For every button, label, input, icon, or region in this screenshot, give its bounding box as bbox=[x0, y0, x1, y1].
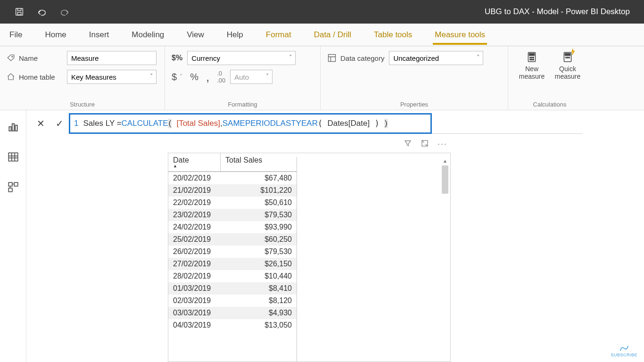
currency-dropdown-icon[interactable]: ˅ bbox=[180, 74, 182, 80]
tag-icon bbox=[7, 54, 15, 62]
tab-help[interactable]: Help bbox=[215, 24, 255, 46]
cell-date: 03/03/2019 bbox=[168, 307, 220, 319]
percent-button[interactable]: % bbox=[190, 72, 198, 82]
thousands-button[interactable]: , bbox=[206, 75, 209, 79]
svg-rect-19 bbox=[15, 125, 17, 131]
formula-line-number: 1 bbox=[74, 119, 83, 128]
cell-total: $26,150 bbox=[220, 258, 297, 270]
tab-home[interactable]: Home bbox=[33, 24, 77, 46]
table-visual[interactable]: ··· Date Total Sales 20/02/2019$67,48021… bbox=[168, 153, 451, 362]
cell-date: 20/02/2019 bbox=[168, 172, 220, 184]
filter-icon[interactable] bbox=[404, 139, 412, 149]
report-view-icon[interactable] bbox=[6, 120, 20, 134]
cell-date: 27/02/2019 bbox=[168, 258, 220, 270]
ribbon-group-properties: Data category Uncategorized Properties bbox=[321, 46, 508, 110]
tab-format[interactable]: Format bbox=[255, 24, 303, 46]
tab-measure-tools[interactable]: Measure tools bbox=[423, 24, 496, 46]
save-icon[interactable] bbox=[14, 7, 25, 17]
formula-input[interactable]: 1 Sales LY = CALCULATE( [Total Sales], S… bbox=[69, 113, 432, 134]
cell-date: 28/02/2019 bbox=[168, 270, 220, 282]
home-table-select[interactable]: Key Measures bbox=[67, 70, 157, 84]
focus-mode-icon[interactable] bbox=[421, 139, 429, 149]
quick-measure-button[interactable]: Quick measure bbox=[551, 51, 585, 80]
cell-total: $60,250 bbox=[220, 233, 297, 246]
tab-insert[interactable]: Insert bbox=[78, 24, 121, 46]
formula-commit-button[interactable]: ✓ bbox=[50, 113, 69, 134]
home-icon bbox=[7, 73, 15, 81]
cell-total: $79,530 bbox=[220, 209, 297, 221]
svg-rect-3 bbox=[329, 55, 336, 62]
svg-point-10 bbox=[531, 59, 532, 60]
currency-symbol-button[interactable]: $ bbox=[172, 72, 177, 82]
format-prefix-icon: $% bbox=[172, 54, 182, 62]
cell-total: $101,220 bbox=[220, 184, 297, 197]
group-caption-formatting: Formatting bbox=[172, 98, 314, 108]
redo-icon[interactable] bbox=[59, 7, 70, 17]
ribbon: Name Home table Key Measures Structure $… bbox=[0, 46, 644, 110]
calculator-icon bbox=[526, 51, 538, 63]
cell-total: $13,050 bbox=[220, 319, 297, 331]
cell-total: $93,990 bbox=[220, 221, 297, 233]
tab-modeling[interactable]: Modeling bbox=[120, 24, 175, 46]
cell-total: $50,610 bbox=[220, 197, 297, 209]
tab-file[interactable]: File bbox=[0, 24, 33, 46]
svg-point-7 bbox=[531, 57, 532, 58]
svg-rect-18 bbox=[12, 124, 14, 131]
scroll-up-icon[interactable]: ▲ bbox=[442, 157, 448, 165]
ribbon-group-structure: Name Home table Key Measures Structure bbox=[0, 46, 165, 110]
subscribe-badge: SUBSCRIBE bbox=[611, 345, 637, 357]
scroll-thumb[interactable] bbox=[442, 165, 448, 194]
data-category-select[interactable]: Uncategorized bbox=[389, 51, 483, 65]
home-table-label: Home table bbox=[7, 73, 62, 81]
cell-total: $8,410 bbox=[220, 282, 297, 295]
decimal-toggle-icon[interactable]: .0.00 bbox=[217, 70, 225, 84]
svg-point-16 bbox=[569, 57, 570, 58]
view-switcher bbox=[0, 110, 26, 362]
data-table: Date Total Sales 20/02/2019$67,48021/02/… bbox=[168, 153, 450, 331]
window-title: UBG to DAX - Model - Power BI Desktop bbox=[70, 7, 644, 16]
tab-view[interactable]: View bbox=[175, 24, 215, 46]
group-caption-calculations: Calculations bbox=[515, 98, 585, 108]
svg-point-8 bbox=[533, 57, 534, 58]
measure-name-input[interactable] bbox=[67, 51, 157, 65]
column-header-date[interactable]: Date bbox=[168, 153, 220, 172]
cell-total: $4,930 bbox=[220, 307, 297, 319]
cell-total: $67,480 bbox=[220, 172, 297, 184]
column-header-total-sales[interactable]: Total Sales bbox=[220, 153, 297, 172]
cell-date: 25/02/2019 bbox=[168, 233, 220, 246]
model-view-icon[interactable] bbox=[6, 180, 20, 194]
titlebar: UBG to DAX - Model - Power BI Desktop bbox=[0, 0, 644, 24]
svg-rect-17 bbox=[9, 127, 11, 131]
svg-rect-23 bbox=[8, 188, 12, 192]
report-canvas[interactable]: ··· Date Total Sales 20/02/2019$67,48021… bbox=[26, 134, 644, 362]
svg-point-15 bbox=[567, 57, 568, 58]
decimals-select[interactable]: Auto bbox=[230, 70, 272, 84]
cell-date: 02/03/2019 bbox=[168, 295, 220, 307]
new-measure-button[interactable]: New measure bbox=[515, 51, 549, 80]
visual-scrollbar[interactable]: ▲ bbox=[442, 157, 448, 359]
svg-rect-21 bbox=[8, 182, 12, 186]
more-options-icon[interactable]: ··· bbox=[438, 139, 447, 149]
visual-header-toolbar: ··· bbox=[404, 139, 447, 149]
svg-rect-1 bbox=[17, 12, 21, 15]
undo-icon[interactable] bbox=[37, 7, 47, 17]
tab-table-tools[interactable]: Table tools bbox=[363, 24, 423, 46]
data-view-icon[interactable] bbox=[6, 150, 20, 164]
svg-point-6 bbox=[530, 57, 531, 58]
svg-point-11 bbox=[533, 59, 534, 60]
cell-date: 22/02/2019 bbox=[168, 197, 220, 209]
cell-total: $79,530 bbox=[220, 246, 297, 258]
ribbon-group-calculations: New measure Quick measure Calculations bbox=[508, 46, 591, 110]
data-category-label: Data category bbox=[327, 53, 384, 63]
ribbon-tabs: File Home Insert Modeling View Help Form… bbox=[0, 24, 644, 46]
tab-data-drill[interactable]: Data / Drill bbox=[303, 24, 363, 46]
cell-total: $10,440 bbox=[220, 270, 297, 282]
formula-cancel-button[interactable]: ✕ bbox=[31, 113, 50, 134]
cell-date: 21/02/2019 bbox=[168, 184, 220, 197]
ribbon-group-formatting: $% Currency $ ˅ % , .0.00 Auto Formattin… bbox=[165, 46, 321, 110]
format-select[interactable]: Currency bbox=[187, 51, 296, 65]
cell-date: 04/03/2019 bbox=[168, 319, 220, 331]
svg-rect-22 bbox=[14, 182, 18, 186]
svg-rect-20 bbox=[8, 153, 18, 161]
cell-date: 23/02/2019 bbox=[168, 209, 220, 221]
